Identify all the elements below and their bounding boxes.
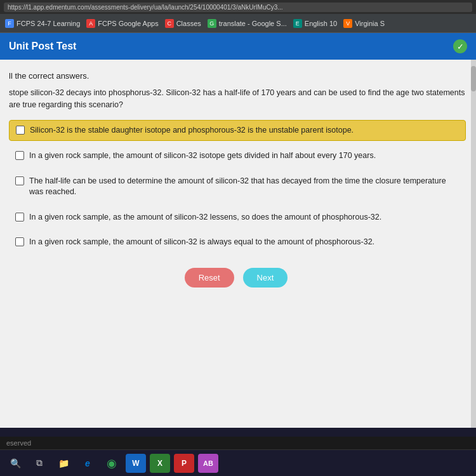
answer-text-b: In a given rock sample, the amount of si…	[29, 150, 376, 162]
scrollbar-thumb	[471, 66, 476, 91]
main-content: ll the correct answers. stope silicon-32…	[0, 60, 476, 428]
question-text: stope silicon-32 decays into phosphorus-…	[9, 87, 466, 111]
bookmark-fcps-google[interactable]: A FCPS Google Apps	[86, 19, 158, 28]
checkbox-b[interactable]	[15, 151, 24, 160]
bookmarks-bar: F FCPS 24-7 Learning A FCPS Google Apps …	[0, 14, 476, 33]
answer-text-a: Silicon-32 is the stable daughter isotop…	[30, 125, 354, 136]
bookmark-icon-google: A	[86, 19, 95, 28]
edge-btn[interactable]: e	[77, 454, 98, 473]
answer-text-d: In a given rock sample, as the amount of…	[29, 212, 381, 223]
bookmark-icon-classes: C	[165, 19, 174, 28]
buttons-row: Reset Next	[6, 268, 466, 288]
bookmark-classes[interactable]: C Classes	[165, 19, 201, 28]
ab-btn[interactable]: AB	[198, 454, 218, 473]
excel-btn[interactable]: X	[150, 454, 170, 473]
bookmark-fcps-learning[interactable]: F FCPS 24-7 Learning	[5, 19, 80, 28]
answer-options: Silicon-32 is the stable daughter isotop…	[9, 120, 466, 253]
bookmark-icon-english10: E	[293, 19, 302, 28]
unit-header: Unit Post Test ✓	[0, 33, 476, 60]
reserved-text: eserved	[6, 439, 31, 447]
url-bar[interactable]: https://l1.app.edmentum.com/assessments-…	[4, 3, 472, 12]
answer-text-e: In a given rock sample, the amount of si…	[29, 237, 374, 248]
answer-option-c[interactable]: The half-life can be used to determine t…	[9, 171, 466, 202]
reserved-bar: eserved	[0, 437, 476, 449]
bookmark-virginia[interactable]: V Virginia S	[343, 19, 385, 28]
check-icon: ✓	[453, 39, 467, 53]
answer-option-e[interactable]: In a given rock sample, the amount of si…	[9, 232, 466, 253]
checkbox-e[interactable]	[15, 237, 24, 246]
next-button[interactable]: Next	[243, 268, 288, 288]
checkbox-c[interactable]	[15, 176, 24, 185]
bookmark-icon-translate: G	[208, 19, 216, 28]
folder-btn[interactable]: 📁	[53, 454, 74, 473]
bookmark-english10[interactable]: E English 10	[293, 19, 337, 28]
scrollbar[interactable]	[471, 60, 476, 428]
chrome-btn[interactable]: ◉	[102, 454, 122, 473]
answer-text-c: The half-life can be used to determine t…	[29, 176, 459, 198]
bookmark-icon-virginia: V	[343, 19, 352, 28]
instructions-text: ll the correct answers.	[9, 71, 466, 81]
checkbox-a[interactable]	[16, 126, 25, 135]
taskbar: 🔍 ⧉ 📁 e ◉ W X P AB	[0, 449, 476, 476]
answer-option-b[interactable]: In a given rock sample, the amount of si…	[9, 146, 466, 166]
search-btn[interactable]: 🔍	[5, 454, 25, 473]
reset-button[interactable]: Reset	[185, 268, 234, 288]
checkbox-d[interactable]	[15, 213, 24, 221]
page-title: Unit Post Test	[9, 41, 76, 52]
bookmark-icon-fcps: F	[5, 19, 14, 28]
bookmark-translate[interactable]: G translate - Google S...	[208, 19, 287, 28]
answer-option-d[interactable]: In a given rock sample, as the amount of…	[9, 208, 466, 228]
word-btn[interactable]: W	[126, 454, 146, 473]
ppt-btn[interactable]: P	[174, 454, 194, 473]
task-view-btn[interactable]: ⧉	[29, 454, 50, 473]
browser-bar: https://l1.app.edmentum.com/assessments-…	[0, 0, 476, 14]
answer-option-a[interactable]: Silicon-32 is the stable daughter isotop…	[9, 120, 466, 142]
